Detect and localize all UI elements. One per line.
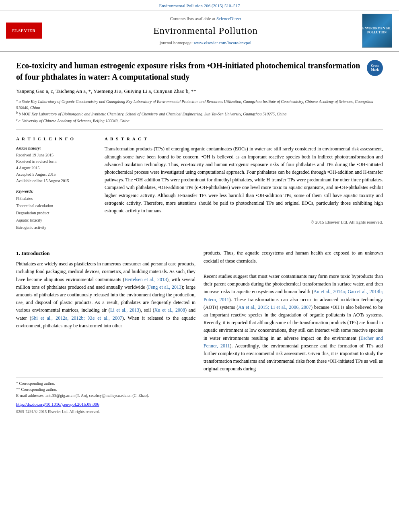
abstract-panel: A B S T R A C T Transformation products … [105, 136, 383, 236]
journal-info-center: Contents lists available at ScienceDirec… [52, 14, 359, 48]
doi-line: http://dx.doi.org/10.1016/j.envpol.2015.… [16, 401, 383, 408]
keywords-label: Keywords: [16, 188, 97, 194]
article-info-panel: A R T I C L E I N F O Article history: R… [16, 136, 97, 236]
article-info-heading: A R T I C L E I N F O [16, 136, 97, 142]
footnote-corresponding-2: ** Corresponding author. [16, 386, 383, 392]
journal-cover-area: ENVIRONMENTAL POLLUTION [359, 14, 395, 48]
paper-title: Eco-toxicity and human estrogenic exposu… [16, 60, 383, 82]
homepage-line: journal homepage: www.elsevier.com/locat… [160, 39, 251, 46]
issn-line: 0269-7491/© 2015 Elsevier Ltd. All right… [16, 409, 383, 415]
received-date: Received 19 June 2015 [16, 152, 97, 158]
section-title-text: Introduction [21, 250, 50, 256]
footnote-corresponding-1: * Corresponding author. [16, 380, 383, 386]
copyright-notice: © 2015 Elsevier Ltd. All rights reserved… [105, 219, 383, 226]
divider-2 [16, 241, 383, 241]
elsevier-logo: ELSEVIER [6, 23, 42, 39]
intro-col-left: 1. Introduction Phthalates are widely us… [16, 249, 195, 373]
affiliations: a a State Key Laboratory of Organic Geoc… [16, 98, 383, 124]
intro-col-right: products. Thus, the aquatic ecosystems a… [204, 249, 383, 373]
intro-paragraph-1: Phthalates are widely used as plasticize… [16, 260, 195, 330]
intro-paragraph-2: products. Thus, the aquatic ecosystems a… [204, 249, 383, 373]
article-dates: Received 19 June 2015 Received in revise… [16, 152, 97, 184]
history-label: Article history: [16, 145, 97, 151]
abstract-heading: A B S T R A C T [105, 136, 383, 142]
introduction-section: 1. Introduction Phthalates are widely us… [16, 249, 383, 373]
affiliation-c: c c University of Chinese Academy of Sci… [16, 117, 383, 124]
keywords-list: PhthalatesTheoretical calculationDegrada… [16, 195, 97, 231]
homepage-link[interactable]: www.elsevier.com/locate/envpol [194, 40, 251, 45]
available-online-date: Available online 15 August 2015 [16, 178, 97, 184]
crossmark-inner: CrossMark [367, 60, 383, 76]
revised-label: Received in revised form [16, 158, 97, 165]
accepted-date: Accepted 5 August 2015 [16, 171, 97, 178]
footnote-email: E-mail addresses: antc99@gig.ac.cn (T. A… [16, 392, 383, 398]
authors-line: Yanpeng Gao a, c, Taicheng An a, *, Yuem… [16, 87, 383, 95]
keywords-block: Keywords: PhthalatesTheoretical calculat… [16, 188, 97, 231]
section-number: 1. Introduction [16, 249, 195, 258]
footnote-area: * Corresponding author. ** Corresponding… [16, 378, 383, 398]
article-info-abstract: A R T I C L E I N F O Article history: R… [16, 136, 383, 236]
revised-date: 4 August 2015 [16, 165, 97, 171]
authors-text: Yanpeng Gao a, c, Taicheng An a, *, Yuem… [16, 88, 196, 94]
title-area: CrossMark Eco-toxicity and human estroge… [16, 60, 383, 82]
citation-text: Environmental Pollution 206 (2015) 510–5… [159, 3, 240, 8]
journal-title: Environmental Pollution [153, 23, 258, 38]
affiliation-a: a a State Key Laboratory of Organic Geoc… [16, 98, 383, 111]
crossmark-badge: CrossMark [367, 60, 383, 76]
abstract-text: Transformation products (TPs) of emergin… [105, 145, 383, 215]
contents-line: Contents lists available at ScienceDirec… [170, 15, 241, 22]
cover-title: ENVIRONMENTAL POLLUTION [362, 27, 391, 34]
elsevier-logo-area: ELSEVIER [4, 14, 48, 48]
divider-1 [16, 129, 383, 130]
journal-citation: Environmental Pollution 206 (2015) 510–5… [0, 0, 399, 10]
article-history-block: Article history: Received 19 June 2015 R… [16, 145, 97, 184]
introduction-two-col: 1. Introduction Phthalates are widely us… [16, 249, 383, 373]
journal-header: ELSEVIER Contents lists available at Sci… [0, 10, 399, 52]
affiliation-b: b b MOE Key Laboratory of Bioinorganic a… [16, 111, 383, 117]
paper-body: CrossMark Eco-toxicity and human estroge… [0, 52, 399, 423]
journal-cover-image: ENVIRONMENTAL POLLUTION [362, 14, 392, 48]
doi-link[interactable]: http://dx.doi.org/10.1016/j.envpol.2015.… [16, 402, 99, 407]
sciencedirect-link[interactable]: ScienceDirect [216, 16, 241, 21]
